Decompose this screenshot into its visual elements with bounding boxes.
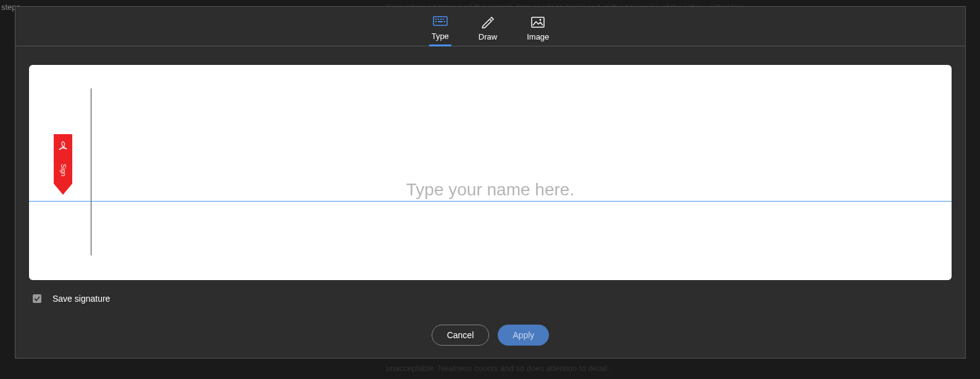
- svg-rect-4: [443, 19, 444, 20]
- save-signature-row: Save signature: [33, 294, 952, 304]
- adobe-acrobat-icon: [57, 140, 69, 151]
- tab-image-label: Image: [527, 32, 549, 41]
- tab-image[interactable]: Image: [524, 7, 551, 46]
- svg-rect-2: [438, 19, 439, 20]
- sign-here-marker: Sign: [54, 134, 72, 195]
- signature-dialog: Type Draw Image: [15, 6, 966, 359]
- tab-bar: Type Draw Image: [15, 7, 965, 46]
- apply-button[interactable]: Apply: [498, 325, 549, 346]
- tab-draw-label: Draw: [479, 32, 497, 41]
- svg-rect-5: [435, 21, 437, 22]
- svg-point-9: [540, 19, 542, 21]
- draw-icon: [480, 15, 495, 30]
- signature-baseline: [29, 201, 952, 202]
- save-signature-checkbox[interactable]: [33, 294, 41, 303]
- signature-input-placeholder: Type your name here.: [406, 180, 574, 200]
- keyboard-icon: [433, 14, 448, 29]
- svg-rect-8: [532, 17, 544, 27]
- signature-panel[interactable]: Sign Type your name here.: [29, 65, 952, 280]
- svg-rect-7: [444, 21, 445, 22]
- content-area: Sign Type your name here. Save signature…: [15, 46, 965, 358]
- save-signature-label: Save signature: [52, 294, 110, 304]
- background-text-bottom: unacceptable. Neatness counts and so doe…: [386, 364, 609, 373]
- svg-rect-3: [440, 19, 442, 20]
- text-cursor: [91, 88, 91, 255]
- cancel-button[interactable]: Cancel: [432, 325, 490, 346]
- dialog-buttons: Cancel Apply: [29, 325, 952, 346]
- svg-rect-6: [438, 21, 443, 22]
- svg-rect-1: [435, 19, 437, 20]
- tab-draw[interactable]: Draw: [476, 7, 500, 46]
- tab-type-label: Type: [432, 32, 449, 41]
- tab-type[interactable]: Type: [429, 7, 451, 46]
- sign-marker-label: Sign: [60, 164, 67, 176]
- image-icon: [530, 15, 545, 30]
